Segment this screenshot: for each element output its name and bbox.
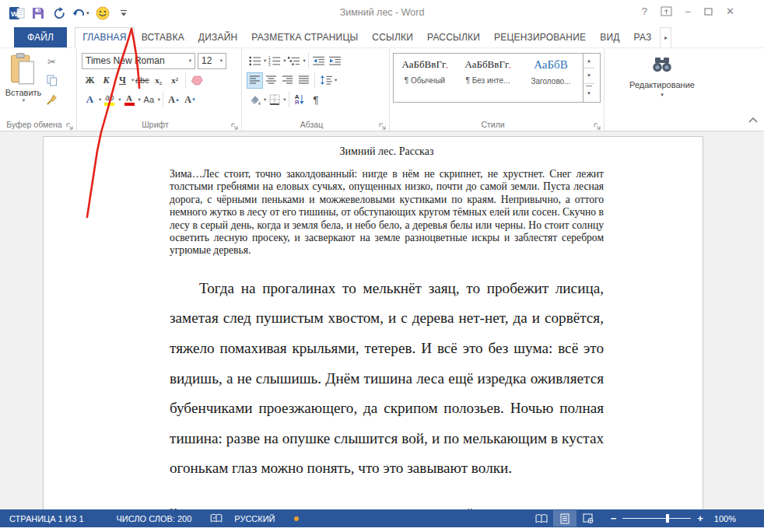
- font-color-button[interactable]: А: [121, 92, 138, 108]
- font-dialog-launcher[interactable]: [231, 120, 239, 128]
- clipboard-dialog-launcher[interactable]: [66, 120, 74, 128]
- italic-button[interactable]: К: [98, 72, 114, 89]
- close-button[interactable]: ✕: [726, 5, 734, 17]
- cut-button[interactable]: ✂: [44, 54, 60, 70]
- borders-caret-icon[interactable]: ▾: [283, 96, 286, 103]
- maximize-button[interactable]: [704, 8, 713, 16]
- proofing-status-button[interactable]: [210, 513, 223, 523]
- underline-button[interactable]: Ч: [114, 72, 131, 89]
- show-marks-button[interactable]: ¶: [308, 92, 324, 108]
- line-spacing-button[interactable]: [317, 72, 334, 89]
- editing-caret-icon: ▾: [661, 92, 664, 98]
- tab-view[interactable]: ВИД: [593, 27, 626, 47]
- gallery-scroll-up-button[interactable]: ▲: [584, 54, 594, 68]
- highlight-color-button[interactable]: ab: [101, 92, 117, 108]
- collapse-ribbon-button[interactable]: [748, 112, 758, 126]
- shading-button[interactable]: [247, 92, 263, 108]
- paragraph-2: Тогда на прогалинах то мелькнёт заяц, то…: [170, 274, 604, 484]
- subscript-button[interactable]: x₂: [150, 72, 166, 89]
- paragraph-1: Зима…Лес стоит, точно заколдованный: ниг…: [170, 168, 604, 257]
- page-indicator[interactable]: СТРАНИЦА 1 ИЗ 1: [9, 514, 84, 523]
- ribbon: Вставить ▾ ✂ Буфер обмена Times Ne: [0, 48, 764, 131]
- paragraph-dialog-launcher[interactable]: [379, 120, 387, 128]
- tab-home[interactable]: ГЛАВНАЯ: [75, 27, 134, 48]
- styles-gallery-scroll: ▲ ▼ ▼: [583, 54, 594, 102]
- editing-dropdown-button[interactable]: [652, 57, 672, 75]
- align-left-button[interactable]: [247, 72, 263, 89]
- justify-button[interactable]: [296, 72, 312, 89]
- print-layout-button[interactable]: [553, 510, 577, 527]
- format-painter-button[interactable]: [44, 91, 60, 107]
- strikethrough-button[interactable]: abc: [134, 72, 150, 89]
- change-case-caret-icon[interactable]: ▾: [158, 96, 160, 103]
- line-spacing-caret-icon[interactable]: ▾: [335, 77, 337, 83]
- collapse-ribbon-icon: [748, 117, 758, 123]
- redo-button[interactable]: [51, 4, 67, 23]
- dialog-launcher-icon: [66, 123, 74, 131]
- web-layout-button[interactable]: [577, 510, 600, 527]
- grow-font-button[interactable]: А▲: [166, 92, 182, 108]
- style-no-spacing[interactable]: АаБбВвГг, ¶ Без инте...: [457, 54, 520, 102]
- tab-scroll-right-button[interactable]: ▸: [660, 27, 671, 47]
- ribbon-display-options-button[interactable]: [661, 6, 672, 16]
- tab-insert[interactable]: ВСТАВКА: [135, 27, 191, 47]
- font-name-combobox[interactable]: Times New Roman ▾: [82, 53, 195, 69]
- tab-page-layout[interactable]: РАЗМЕТКА СТРАНИЦЫ: [244, 27, 365, 47]
- tab-developer-truncated[interactable]: РАЗ: [627, 27, 659, 47]
- multilevel-caret-icon[interactable]: ▾: [303, 58, 306, 64]
- undo-caret-icon[interactable]: ▾: [86, 10, 89, 16]
- minimize-button[interactable]: –: [685, 5, 691, 17]
- customize-qat-button[interactable]: [116, 4, 131, 23]
- clear-formatting-button[interactable]: [188, 72, 205, 89]
- shrink-font-button[interactable]: А▼: [182, 92, 198, 108]
- multilevel-list-button[interactable]: [286, 53, 303, 69]
- word-count[interactable]: ЧИСЛО СЛОВ: 200: [117, 514, 192, 523]
- save-button[interactable]: [30, 4, 46, 23]
- read-mode-button[interactable]: [530, 510, 553, 527]
- align-right-button[interactable]: [279, 72, 296, 89]
- print-layout-icon: [560, 513, 569, 524]
- read-mode-icon: [534, 514, 548, 523]
- change-case-button[interactable]: Aa: [141, 92, 157, 108]
- align-center-button[interactable]: [263, 72, 279, 89]
- font-size-caret-icon: ▾: [220, 58, 223, 64]
- style-normal[interactable]: АаБбВвГг, ¶ Обычный: [394, 54, 457, 102]
- text-effects-button[interactable]: А: [82, 92, 98, 108]
- tab-references[interactable]: ССЫЛКИ: [365, 27, 420, 47]
- tab-review[interactable]: РЕЦЕНЗИРОВАНИЕ: [487, 27, 593, 47]
- numbering-button[interactable]: 123: [266, 53, 282, 69]
- tab-file[interactable]: ФАЙЛ: [14, 27, 67, 47]
- font-size-combobox[interactable]: 12 ▾: [198, 53, 226, 69]
- help-button[interactable]: ?: [642, 5, 647, 17]
- superscript-button[interactable]: x²: [166, 72, 183, 89]
- bullets-button[interactable]: [247, 53, 263, 69]
- paste-button[interactable]: Вставить ▾: [3, 52, 44, 117]
- undo-button[interactable]: ▾: [72, 4, 89, 23]
- zoom-in-button[interactable]: +: [697, 513, 703, 524]
- zoom-level[interactable]: 100%: [714, 514, 736, 523]
- tab-design[interactable]: ДИЗАЙН: [191, 27, 245, 47]
- redo-icon: [53, 7, 66, 20]
- multilevel-list-icon: [288, 56, 300, 66]
- zoom-slider[interactable]: [622, 518, 691, 519]
- document-page[interactable]: Зимний лес. Рассказ Зима…Лес стоит, точн…: [43, 136, 703, 509]
- language-indicator[interactable]: РУССКИЙ: [234, 514, 275, 523]
- status-dot-icon: [294, 516, 299, 521]
- style-heading1[interactable]: АаБбВ Заголово...: [520, 54, 583, 102]
- borders-button[interactable]: [266, 92, 282, 108]
- status-bar-right: − + 100%: [530, 510, 764, 527]
- gallery-scroll-down-button[interactable]: ▼: [584, 68, 594, 83]
- sort-button[interactable]: А Я: [292, 92, 308, 108]
- zoom-slider-thumb[interactable]: [666, 514, 669, 523]
- smiley-button[interactable]: [95, 4, 110, 23]
- copy-button[interactable]: [44, 72, 60, 89]
- styles-dialog-launcher[interactable]: [594, 120, 601, 128]
- bold-button[interactable]: Ж: [82, 72, 98, 89]
- gallery-more-button[interactable]: ▼: [586, 86, 592, 100]
- font-color-icon: А: [124, 94, 135, 106]
- word-logo-icon[interactable]: W: [9, 4, 25, 23]
- tab-mailings[interactable]: РАССЫЛКИ: [420, 27, 487, 47]
- increase-indent-button[interactable]: [328, 53, 344, 69]
- decrease-indent-button[interactable]: [311, 53, 328, 69]
- zoom-out-button[interactable]: −: [611, 513, 617, 524]
